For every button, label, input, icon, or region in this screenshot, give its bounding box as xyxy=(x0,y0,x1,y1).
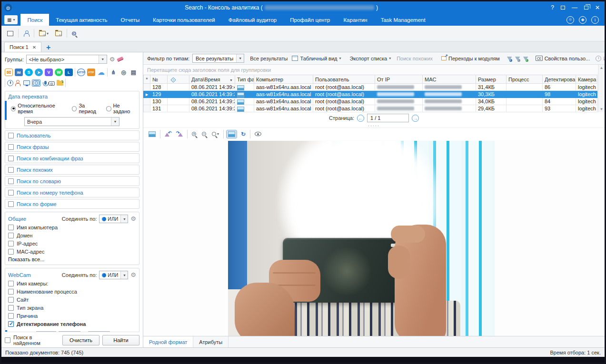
filter-form[interactable]: Поиск по форме xyxy=(5,199,139,209)
groups-settings-gear-icon[interactable]: ⚙ xyxy=(109,57,115,62)
filter-funnel-add-button[interactable] xyxy=(523,55,528,62)
common-ip-address[interactable]: IP-адрес xyxy=(8,239,136,247)
user-search-button[interactable] xyxy=(21,29,31,38)
zoom-menu-button[interactable]: ▾ xyxy=(210,131,220,137)
webcam-join-select[interactable]: ИЛИ ▼ xyxy=(99,271,128,279)
common-computer-name[interactable]: Имя компьютера xyxy=(8,223,136,231)
col-computer[interactable]: Компьютер xyxy=(254,75,313,84)
show-all-link[interactable]: Показать все... xyxy=(8,256,136,262)
correspondence-history-button[interactable]: История переписки xyxy=(594,55,605,62)
search-in-found-checkbox[interactable]: Поиск в найденном xyxy=(5,336,60,344)
telegram-icon[interactable]: ➤ xyxy=(35,69,43,76)
next-page-button[interactable]: → xyxy=(412,115,419,122)
checkbox[interactable] xyxy=(8,241,14,246)
table-row[interactable]: 128 08.06.2021 14:39:41 aas-w81x64ru.aas… xyxy=(144,84,597,91)
webcam-filter-selected[interactable] xyxy=(32,79,40,87)
checkbox[interactable] xyxy=(8,249,14,255)
filter-similar[interactable]: Поиск похожих xyxy=(5,165,139,175)
webcam-phone-detection[interactable]: Детектирование телефона xyxy=(8,320,136,328)
search-by-id-button[interactable]: ID xyxy=(70,30,78,37)
zoom-in-button[interactable]: + xyxy=(190,131,198,137)
table-row[interactable]: 130 08.06.2021 14:39:36 aas-w81x64ru.aas… xyxy=(144,98,597,105)
col-date[interactable]: Дата\Время▼ xyxy=(189,75,235,84)
skype-icon[interactable]: S xyxy=(25,69,33,76)
import-search-button[interactable]: ← xyxy=(53,30,64,38)
add-tab-button[interactable]: + xyxy=(46,43,50,52)
filter-phrase-combination[interactable]: Поиск по комбинации фраз xyxy=(5,153,139,163)
mail-icon[interactable]: ✉ xyxy=(5,69,13,76)
http-icon[interactable]: HTTP xyxy=(77,69,85,76)
keylogger-icon[interactable] xyxy=(49,81,55,86)
filter-funnel-user-button[interactable] xyxy=(507,55,512,62)
tab-attributes[interactable]: Атрибуты xyxy=(193,336,228,347)
usb-icon[interactable]: ⋔ xyxy=(109,69,118,76)
filter-funnel-computer-button[interactable] xyxy=(515,55,520,62)
menu-tab-task-management[interactable]: Task Management xyxy=(374,14,432,26)
col-ip[interactable]: От IP xyxy=(375,75,423,84)
condition-operator-select[interactable]: [..] ▼ xyxy=(36,331,56,332)
col-detected[interactable]: Детектирова xyxy=(543,75,576,84)
menu-tab-user-cards[interactable]: Карточки пользователей xyxy=(146,14,222,26)
menu-tab-search[interactable]: Поиск xyxy=(20,14,49,26)
printer-icon[interactable]: ▤ xyxy=(129,69,138,76)
checkbox[interactable] xyxy=(8,190,14,196)
whatsapp-icon[interactable]: W xyxy=(55,69,63,76)
col-tag[interactable] xyxy=(168,75,189,84)
cascade-windows-button[interactable] xyxy=(5,30,15,38)
condition-to-spinner[interactable]: 99▲▼ xyxy=(88,331,110,332)
rotate-right-button[interactable]: ↷ xyxy=(175,130,184,138)
ftp-icon[interactable]: FTP xyxy=(87,69,95,76)
search-similar-button[interactable]: Поиск похожих xyxy=(395,55,434,62)
common-settings-gear-icon[interactable]: ⚙ xyxy=(130,216,136,222)
user-activity-icon[interactable] xyxy=(15,80,21,86)
rotate-left-button[interactable]: ↶ xyxy=(163,130,172,138)
fit-to-window-button[interactable] xyxy=(227,130,237,138)
device-search-icon[interactable]: ◎ xyxy=(119,69,128,76)
webcam-reason[interactable]: Причина xyxy=(8,312,136,320)
restore-button[interactable] xyxy=(584,6,588,10)
checkbox[interactable] xyxy=(8,281,14,286)
radio-relative-time[interactable]: Относительное время xyxy=(11,103,67,114)
col-mac[interactable]: MAC xyxy=(423,75,476,84)
save-image-button[interactable] xyxy=(147,130,157,138)
common-join-select[interactable]: ИЛИ ▼ xyxy=(99,215,128,223)
checkbox[interactable] xyxy=(8,233,14,238)
table-scrollbar[interactable]: ▲▼ xyxy=(598,65,605,112)
checkbox[interactable] xyxy=(8,144,14,150)
monitor-icon[interactable] xyxy=(23,80,30,85)
filter-phrase[interactable]: Поиск фразы xyxy=(5,142,139,152)
table-row[interactable]: 131 08.06.2021 14:39:33 aas-w81x64ru.aas… xyxy=(144,105,597,112)
checkbox-checked[interactable] xyxy=(8,321,14,327)
col-camera[interactable]: Камера xyxy=(576,75,597,84)
webcam-screen-type[interactable]: Тип экрана xyxy=(8,304,136,312)
files-icon[interactable] xyxy=(57,81,63,86)
common-mac-address[interactable]: MAC-адрес xyxy=(8,247,136,256)
checkbox[interactable] xyxy=(8,156,14,161)
zoom-out-button[interactable]: − xyxy=(200,131,208,137)
col-marker[interactable]: * xyxy=(144,75,150,84)
viber-icon[interactable]: V xyxy=(45,69,53,76)
clear-button[interactable]: Очистить xyxy=(62,335,99,345)
splitter-handle[interactable]: ····· xyxy=(143,124,605,128)
checkbox[interactable] xyxy=(8,178,14,184)
date-preset-select[interactable]: Вчера ▼ xyxy=(24,117,119,126)
im-icon[interactable]: IM xyxy=(15,69,23,76)
condition-from-spinner[interactable]: 0▲▼ xyxy=(59,331,80,332)
help-button[interactable]: ? xyxy=(551,4,554,11)
microphone-icon[interactable] xyxy=(44,81,47,85)
menu-tab-reports[interactable]: Отчеты xyxy=(114,14,146,26)
webcam-process-name[interactable]: Наименование процесса xyxy=(8,287,136,295)
export-search-button[interactable]: →▾ xyxy=(37,30,50,38)
filter-user[interactable]: Пользователь xyxy=(5,130,139,140)
radio-not-set[interactable]: Не задано xyxy=(106,103,136,114)
webcam-site[interactable]: Сайт xyxy=(8,295,136,304)
filter-phone-number[interactable]: Поиск по номеру телефона xyxy=(5,187,139,197)
checkbox[interactable] xyxy=(8,297,14,303)
prev-page-button[interactable]: ← xyxy=(357,115,364,122)
col-process[interactable]: Процесс xyxy=(507,75,543,84)
checkbox[interactable] xyxy=(5,337,10,343)
checkbox[interactable] xyxy=(8,167,14,173)
col-type[interactable]: Тип фа xyxy=(235,75,254,84)
webcam-settings-gear-icon[interactable]: ⚙ xyxy=(130,272,136,278)
find-button[interactable]: Найти xyxy=(102,335,139,345)
